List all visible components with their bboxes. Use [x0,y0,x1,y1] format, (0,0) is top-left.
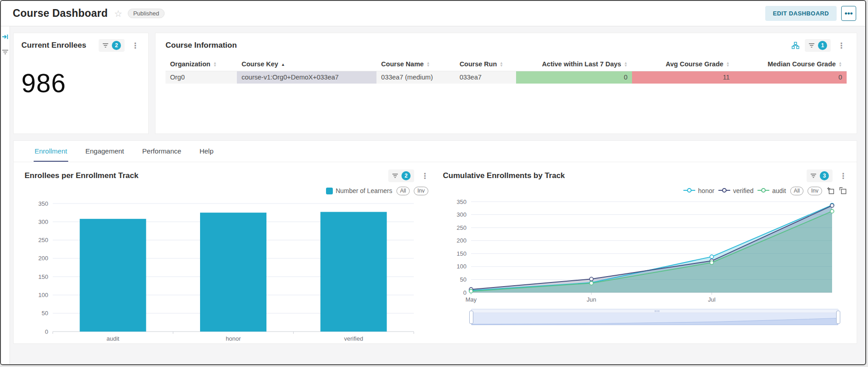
slider-left-handle[interactable] [469,311,473,324]
svg-text:150: 150 [457,250,467,257]
line-chart-svg[interactable]: 050100150200250300350MayJunJul [443,196,843,304]
column-header-course-run[interactable]: Course Run [455,58,517,71]
favorite-star-icon[interactable]: ☆ [114,8,122,19]
legend-item-number-of-learners[interactable]: Number of Learners [326,187,392,194]
filter-count-badge: 2 [112,41,121,50]
sort-icon [624,62,627,67]
cell-course-name: 033ea7 (medium) [376,71,455,84]
svg-text:200: 200 [38,255,48,262]
chart-kebab-menu[interactable]: ⋮ [130,42,140,50]
topbar-actions: EDIT DASHBOARD ••• [765,6,856,21]
table-row: Org0 course-v1:Org0+DemoX+033ea7 033ea7 … [166,71,847,84]
legend-item-verified[interactable]: verified [718,187,753,194]
column-header-course-name[interactable]: Course Name [376,58,455,71]
slider-right-handle[interactable] [836,311,840,324]
svg-text:50: 50 [42,310,48,317]
expand-filter-bar-icon[interactable] [2,34,9,40]
svg-text:0: 0 [45,328,48,335]
line-legend-marker [758,187,769,194]
dashboard-menu-button[interactable]: ••• [841,6,856,21]
bar-chart-svg[interactable]: 050100150200250300350audithonorverified [25,196,425,347]
line-chart-title: Cumulative Enrollments by Track [443,171,565,180]
tab-performance[interactable]: Performance [141,147,182,162]
column-header-organization[interactable]: Organization [166,58,237,71]
slider-minichart [472,312,838,325]
cumulative-enrollments-panel: Cumulative Enrollments by Track 3 ⋮ [437,166,855,347]
current-enrollees-title: Current Enrollees [21,41,86,50]
chart-kebab-menu[interactable]: ⋮ [836,42,847,50]
top-bar: Course Dashboard ☆ Published EDIT DASHBO… [1,1,865,26]
top-charts-row: Current Enrollees 2 ⋮ 986 [13,33,857,134]
filter-icon[interactable] [2,49,9,55]
course-information-title: Course Information [166,41,237,50]
svg-text:300: 300 [38,218,48,225]
sort-icon [838,62,842,67]
column-header-median-grade[interactable]: Median Course Grade [734,58,847,71]
applied-filters-chip[interactable]: 1 [805,39,831,52]
legend-item-audit[interactable]: audit [758,187,786,194]
chart-kebab-menu[interactable]: ⋮ [420,172,430,180]
cross-filter-icon[interactable] [792,42,799,49]
cell-organization: Org0 [166,71,237,84]
legend-swatch [326,188,333,194]
applied-filters-chip[interactable]: 2 [99,39,125,52]
svg-text:350: 350 [38,200,48,207]
current-enrollees-value: 986 [21,68,140,98]
applied-filters-chip[interactable]: 3 [807,169,833,182]
sort-icon [213,62,217,67]
svg-text:100: 100 [457,263,467,270]
zoom-select-icon[interactable] [827,187,834,194]
enrollees-per-track-panel: Enrollees per Enrollment Track 2 ⋮ [18,166,437,347]
charts-row: Enrollees per Enrollment Track 2 ⋮ [14,162,857,347]
legend-all-pill[interactable]: All [790,187,803,195]
grip-icon [655,310,661,312]
column-header-avg-grade[interactable]: Avg Course Grade [632,58,734,71]
tabs-bar: Enrollment Engagement Performance Help [14,141,857,162]
svg-text:300: 300 [457,211,467,218]
chart-kebab-menu[interactable]: ⋮ [838,172,848,180]
status-badge: Published [128,9,165,18]
svg-text:verified: verified [344,335,363,342]
edit-dashboard-button[interactable]: EDIT DASHBOARD [765,6,837,21]
current-enrollees-card: Current Enrollees 2 ⋮ 986 [13,33,149,134]
line-chart-legend: honor verified audit All Inv [443,185,847,196]
filter-count-badge: 3 [820,171,829,180]
filter-count-badge: 2 [401,171,411,180]
tab-engagement[interactable]: Engagement [85,147,125,162]
svg-text:250: 250 [457,224,467,231]
svg-text:Jul: Jul [708,296,716,303]
filter-icon [808,43,815,48]
svg-text:150: 150 [38,273,48,280]
filter-icon [810,173,817,179]
svg-text:100: 100 [38,292,48,298]
cell-avg-grade: 11 [632,71,734,84]
cell-course-run: 033ea7 [455,71,517,84]
sort-icon [726,62,730,67]
legend-all-pill[interactable]: All [396,187,410,195]
legend-inv-pill[interactable]: Inv [414,187,428,195]
tab-help[interactable]: Help [199,147,215,162]
slider-move-handle[interactable] [472,309,838,313]
svg-text:audit: audit [106,335,120,342]
svg-text:honor: honor [226,335,241,342]
dashboard-content: Current Enrollees 2 ⋮ 986 [1,26,865,365]
legend-item-honor[interactable]: honor [683,187,714,194]
course-information-table: Organization Course Key Course Name Cour… [166,58,847,84]
time-range-slider[interactable] [471,309,838,325]
filter-icon [102,43,109,48]
legend-inv-pill[interactable]: Inv [808,187,822,195]
sort-icon [500,62,503,67]
svg-text:0: 0 [463,289,467,296]
tab-enrollment[interactable]: Enrollment [34,147,68,162]
applied-filters-chip[interactable]: 2 [388,169,414,182]
sort-icon [426,62,430,67]
cell-median-grade: 0 [734,71,847,84]
page-title: Course Dashboard [13,7,108,20]
bar-chart-title: Enrollees per Enrollment Track [25,171,138,180]
zoom-reset-icon[interactable] [839,187,847,194]
cell-active-7-days: 0 [516,71,632,84]
filter-count-badge: 1 [818,41,827,50]
column-header-active-7-days[interactable]: Active within Last 7 Days [516,58,632,71]
column-header-course-key[interactable]: Course Key [237,58,376,71]
svg-text:50: 50 [460,276,467,283]
